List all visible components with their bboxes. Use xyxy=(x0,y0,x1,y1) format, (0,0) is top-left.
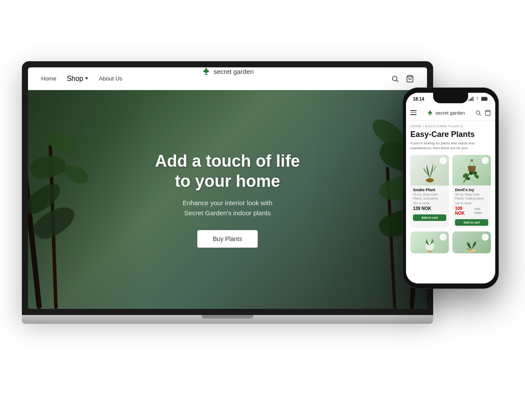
price-current-snake-plant: 139 NOK xyxy=(413,206,431,211)
product-grid: ♡ Snake Plant 45 cm, Easy-Care Plants, S… xyxy=(410,155,491,228)
page-description: If you're looking for plants that needs … xyxy=(410,141,491,150)
svg-rect-5 xyxy=(482,98,486,100)
product-meta-devils-ivy: 30 cm, Easy-Care Plants, Trailing plants xyxy=(455,192,488,200)
svg-line-8 xyxy=(480,114,481,115)
page-title: Easy-Care Plants xyxy=(410,130,491,139)
brand-logo-icon xyxy=(201,67,211,76)
laptop-hero: Add a touch of life to your home Enhance… xyxy=(28,90,427,309)
signal-icon xyxy=(469,97,473,101)
mobile-mockup: 18:14 xyxy=(402,88,499,289)
laptop-base xyxy=(22,315,433,324)
hamburger-menu-icon[interactable] xyxy=(410,110,416,115)
product-info-snake-plant: Snake Plant 45 cm, Easy-Care Plants, Suc… xyxy=(410,186,449,223)
product-price-snake-plant: 139 NOK xyxy=(413,206,446,211)
cart-icon[interactable] xyxy=(406,75,414,83)
product-name-snake-plant: Snake Plant xyxy=(413,188,446,192)
product-card-snake-plant: ♡ Snake Plant 45 cm, Easy-Care Plants, S… xyxy=(410,155,449,228)
add-to-cart-snake-plant[interactable]: Add to cart xyxy=(413,214,446,221)
price-old-devils-ivy: 119 NOK xyxy=(474,207,488,215)
product-meta-snake-plant: 45 cm, Easy-Care Plants, Succulents xyxy=(413,192,446,200)
scene: Home Shop About Us xyxy=(0,0,525,420)
snake-plant-illustration xyxy=(418,156,442,185)
laptop-nav-right xyxy=(391,75,414,83)
svg-point-1 xyxy=(392,76,397,81)
product-stock-devils-ivy: 10+ in stock xyxy=(455,202,488,205)
laptop-nav-left: Home Shop About Us xyxy=(41,75,122,83)
product-card-3: ♡ xyxy=(410,231,449,253)
brand-name-label: secret garden xyxy=(214,68,254,75)
nav-about-link[interactable]: About Us xyxy=(99,75,122,82)
search-icon[interactable] xyxy=(391,75,399,83)
hero-content: Add a touch of life to your home Enhance… xyxy=(28,90,427,309)
shop-chevron-icon xyxy=(85,77,88,80)
product-image-snake-plant: ♡ xyxy=(410,155,449,186)
mobile-brand-name: secret garden xyxy=(435,110,465,116)
laptop-body: Home Shop About Us xyxy=(22,61,433,315)
wishlist-heart-4[interactable]: ♡ xyxy=(482,234,489,241)
product-name-devils-ivy: Devil's Ivy xyxy=(455,188,488,192)
nav-shop-link[interactable]: Shop xyxy=(67,75,88,83)
mobile-navbar: secret garden xyxy=(406,105,495,121)
wishlist-heart-3[interactable]: ♡ xyxy=(440,234,447,241)
price-current-devils-ivy: 109 NOK xyxy=(455,206,472,216)
battery-icon xyxy=(481,97,488,101)
wishlist-heart-devils-ivy[interactable]: ♡ xyxy=(482,157,489,164)
product-info-devils-ivy: Devil's Ivy 30 cm, Easy-Care Plants, Tra… xyxy=(452,186,491,228)
laptop-mockup: Home Shop About Us xyxy=(22,61,433,332)
wifi-icon xyxy=(475,97,480,101)
mobile-brand: secret garden xyxy=(427,109,465,116)
svg-point-7 xyxy=(476,111,480,114)
mobile-logo-icon xyxy=(427,109,434,116)
product-price-devils-ivy: 109 NOK 119 NOK xyxy=(455,206,488,216)
plant4-illustration xyxy=(461,232,483,253)
plant3-illustration xyxy=(419,232,441,253)
nav-shop-label: Shop xyxy=(67,75,83,83)
product-grid-row2: ♡ xyxy=(410,231,491,253)
product-stock-snake-plant: 20+ in stock xyxy=(413,202,446,205)
buy-plants-button[interactable]: Buy Plants xyxy=(197,230,258,248)
nav-home-link[interactable]: Home xyxy=(41,75,56,82)
mobile-search-icon[interactable] xyxy=(475,110,481,116)
mobile-main-content: HOME / EASY-CARE PLANTS Easy-Care Plants… xyxy=(406,121,495,284)
mobile-cart-icon[interactable] xyxy=(485,110,491,116)
mobile-screen: 18:14 xyxy=(406,93,495,284)
product-card-devils-ivy: ♡ Devil's Ivy 30 cm, Easy-Care Plants, T… xyxy=(452,155,491,228)
wishlist-heart-snake-plant[interactable]: ♡ xyxy=(440,157,447,164)
mobile-nav-actions xyxy=(475,110,491,116)
hero-title: Add a touch of life to your home xyxy=(155,151,300,191)
breadcrumb: HOME / EASY-CARE PLANTS xyxy=(410,124,491,128)
laptop-nav-center: secret garden xyxy=(201,67,254,76)
status-time: 18:14 xyxy=(413,97,424,102)
product-image-devils-ivy: ♡ xyxy=(452,155,491,186)
product-card-4: ♡ xyxy=(452,231,491,253)
status-icons xyxy=(469,97,488,101)
mobile-notch xyxy=(433,93,468,103)
add-to-cart-devils-ivy[interactable]: Add to cart xyxy=(455,219,488,226)
hero-subtitle: Enhance your interior look with Secret G… xyxy=(182,198,272,218)
laptop-screen: Home Shop About Us xyxy=(28,67,427,309)
devils-ivy-illustration xyxy=(460,156,484,185)
laptop-navbar: Home Shop About Us xyxy=(28,67,427,90)
mobile-frame: 18:14 xyxy=(402,88,499,289)
svg-line-2 xyxy=(396,80,398,82)
